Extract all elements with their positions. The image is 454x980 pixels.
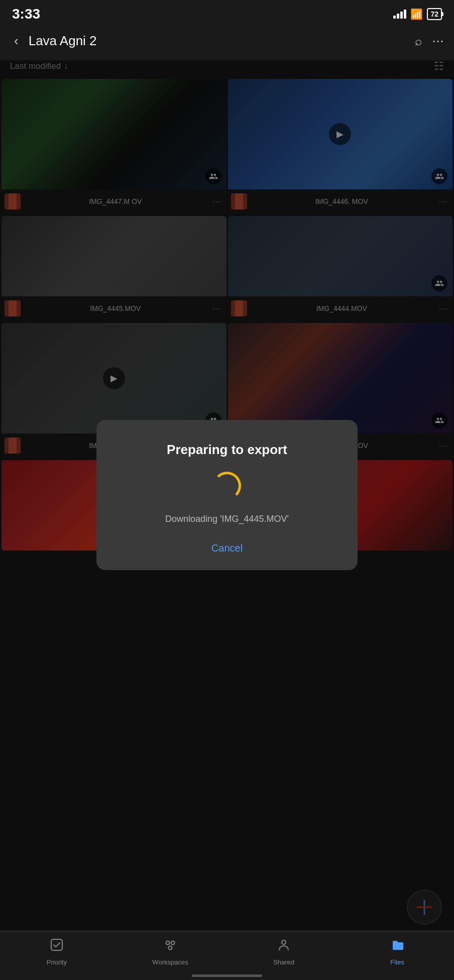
battery-indicator: 72: [427, 8, 442, 20]
priority-icon: [50, 938, 64, 955]
nav-item-workspaces[interactable]: Workspaces: [113, 938, 227, 966]
home-indicator: [192, 974, 262, 977]
wifi-icon: 📶: [410, 8, 423, 20]
svg-point-6: [169, 946, 172, 950]
shared-icon: [277, 938, 291, 955]
svg-point-5: [171, 941, 175, 945]
nav-label-files: Files: [390, 958, 404, 966]
export-dialog: Preparing to export Downloading 'IMG_444…: [96, 420, 358, 570]
search-icon[interactable]: ⌕: [415, 34, 422, 48]
status-time: 3:33: [12, 6, 40, 22]
modal-title: Preparing to export: [167, 442, 287, 458]
modal-status-text: Downloading 'IMG_4445.MOV': [165, 514, 289, 524]
header: ‹ Lava Agni 2 ⌕ ⋯: [0, 26, 454, 56]
nav-item-files[interactable]: Files: [340, 938, 454, 966]
header-actions: ⌕ ⋯: [415, 34, 444, 48]
bottom-nav: Priority Workspaces Shared Files: [0, 931, 454, 980]
status-icons: 📶 72: [393, 8, 442, 20]
modal-overlay: Preparing to export Downloading 'IMG_444…: [0, 60, 454, 930]
status-bar: 3:33 📶 72: [0, 0, 454, 26]
more-options-icon[interactable]: ⋯: [432, 34, 444, 48]
svg-rect-3: [51, 939, 62, 950]
nav-item-shared[interactable]: Shared: [227, 938, 340, 966]
nav-label-priority: Priority: [47, 958, 67, 966]
loading-spinner: [213, 472, 241, 500]
nav-label-shared: Shared: [273, 958, 294, 966]
battery-level: 72: [430, 10, 438, 18]
cancel-button[interactable]: Cancel: [211, 542, 243, 554]
signal-icon: [393, 10, 406, 19]
files-icon: [390, 938, 404, 955]
back-button[interactable]: ‹: [10, 31, 23, 51]
nav-item-priority[interactable]: Priority: [0, 938, 113, 966]
page-title: Lava Agni 2: [29, 33, 409, 49]
svg-point-7: [282, 940, 286, 944]
nav-label-workspaces: Workspaces: [152, 958, 188, 966]
workspaces-icon: [163, 938, 177, 955]
svg-point-4: [166, 941, 170, 945]
